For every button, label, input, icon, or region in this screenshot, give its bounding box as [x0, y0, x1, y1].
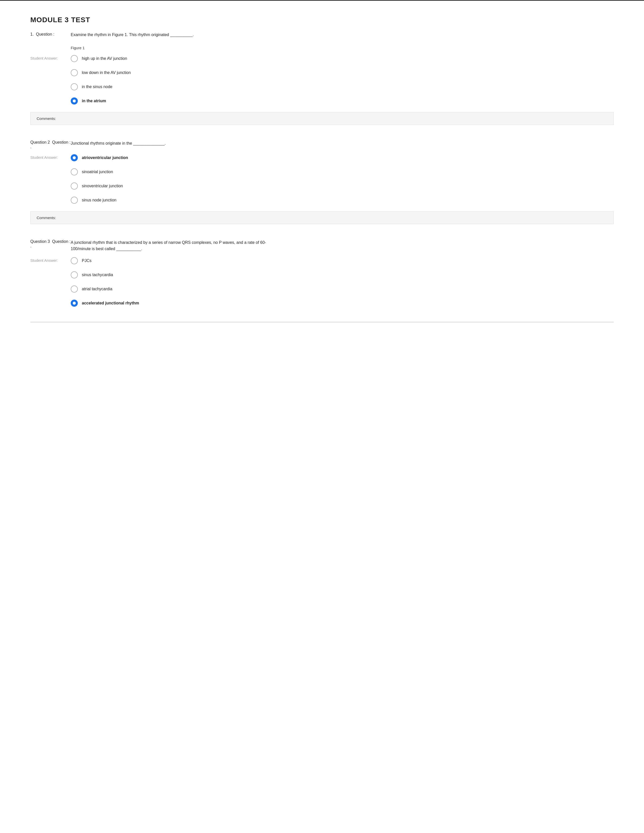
q3-option-4[interactable]: accelerated junctional rhythm	[71, 300, 139, 307]
question-1-number: 1. Question :	[30, 32, 71, 37]
question-2-dot: .	[30, 145, 71, 149]
question-3-options: PJCs sinus tachycardia atrial tachycardi…	[71, 257, 139, 307]
q1-option-4[interactable]: in the atrium	[71, 97, 131, 105]
question-2-num-block: Question 2 Question : .	[30, 140, 71, 149]
student-answer-label-2: Student Answer:	[30, 154, 71, 159]
q3-radio-4[interactable]	[71, 300, 78, 307]
q3-option-2[interactable]: sinus tachycardia	[71, 271, 139, 278]
q1-option-1-text: high up in the AV junction	[82, 56, 127, 61]
q1-radio-3[interactable]	[71, 83, 78, 90]
question-1-block: 1. Question : Examine the rhythm in Figu…	[30, 32, 614, 125]
q2-option-2-text: sinoatrial junction	[82, 170, 113, 174]
question-2-number: Question 2 Question :	[30, 140, 71, 145]
q1-option-2[interactable]: low down in the AV junction	[71, 69, 131, 76]
q3-radio-3[interactable]	[71, 286, 78, 293]
q2-radio-3[interactable]	[71, 182, 78, 190]
question-2-comments: Comments:	[30, 211, 614, 224]
q2-option-1[interactable]: atrioventricular junction	[71, 154, 128, 161]
q1-option-3-text: in the sinus node	[82, 85, 113, 89]
page-title: MODULE 3 TEST	[30, 16, 614, 24]
top-divider	[0, 0, 644, 1]
question-3-num-block: Question 3 Question : .	[30, 239, 71, 248]
question-3-header: Question 3 Question : . A junctional rhy…	[30, 239, 614, 252]
q1-radio-1[interactable]	[71, 55, 78, 62]
q3-option-1-text: PJCs	[82, 259, 92, 263]
q3-radio-1[interactable]	[71, 257, 78, 264]
q2-option-1-text: atrioventricular junction	[82, 156, 128, 160]
q3-option-2-text: sinus tachycardia	[82, 273, 113, 277]
question-3-number: Question 3 Question :	[30, 239, 71, 244]
question-2-options: atrioventricular junction sinoatrial jun…	[71, 154, 128, 204]
question-2-text: Junctional rhythms originate in the ____…	[71, 140, 166, 147]
student-answer-label-3: Student Answer:	[30, 257, 71, 262]
q2-option-3-text: sinoventricular junction	[82, 184, 123, 188]
q2-option-4[interactable]: sinus node junction	[71, 197, 128, 204]
q3-option-3[interactable]: atrial tachycardia	[71, 286, 139, 293]
q2-option-2[interactable]: sinoatrial junction	[71, 168, 128, 175]
question-1-comments: Comments:	[30, 112, 614, 125]
question-1-header: 1. Question : Examine the rhythm in Figu…	[30, 32, 614, 38]
q1-radio-2[interactable]	[71, 69, 78, 76]
question-3-dot: .	[30, 244, 71, 248]
q2-radio-4[interactable]	[71, 197, 78, 204]
q1-option-3[interactable]: in the sinus node	[71, 83, 131, 90]
bottom-divider	[30, 322, 614, 322]
q3-option-3-text: atrial tachycardia	[82, 287, 113, 291]
q2-radio-1[interactable]	[71, 154, 78, 161]
q1-option-2-text: low down in the AV junction	[82, 71, 131, 75]
question-3-answer-section: Student Answer: PJCs sinus tachycardia a…	[30, 257, 614, 307]
question-1-text: Examine the rhythm in Figure 1. This rhy…	[71, 32, 194, 38]
question-1-answer-section: Student Answer: high up in the AV juncti…	[30, 55, 614, 105]
question-2-block: Question 2 Question : . Junctional rhyth…	[30, 140, 614, 224]
q3-radio-2[interactable]	[71, 271, 78, 278]
q2-option-4-text: sinus node junction	[82, 198, 116, 203]
q2-radio-2[interactable]	[71, 168, 78, 175]
q1-option-1[interactable]: high up in the AV junction	[71, 55, 131, 62]
q1-option-4-text: in the atrium	[82, 99, 106, 103]
q1-radio-4[interactable]	[71, 97, 78, 105]
figure-1-label: Figure 1	[71, 46, 614, 50]
question-1-options: high up in the AV junction low down in t…	[71, 55, 131, 105]
question-2-answer-section: Student Answer: atrioventricular junctio…	[30, 154, 614, 204]
q3-option-4-text: accelerated junctional rhythm	[82, 301, 139, 306]
question-2-header: Question 2 Question : . Junctional rhyth…	[30, 140, 614, 149]
question-3-block: Question 3 Question : . A junctional rhy…	[30, 239, 614, 307]
q3-option-1[interactable]: PJCs	[71, 257, 139, 264]
q2-option-3[interactable]: sinoventricular junction	[71, 182, 128, 190]
question-3-text: A junctional rhythm that is characterize…	[71, 239, 273, 252]
student-answer-label-1: Student Answer:	[30, 55, 71, 60]
